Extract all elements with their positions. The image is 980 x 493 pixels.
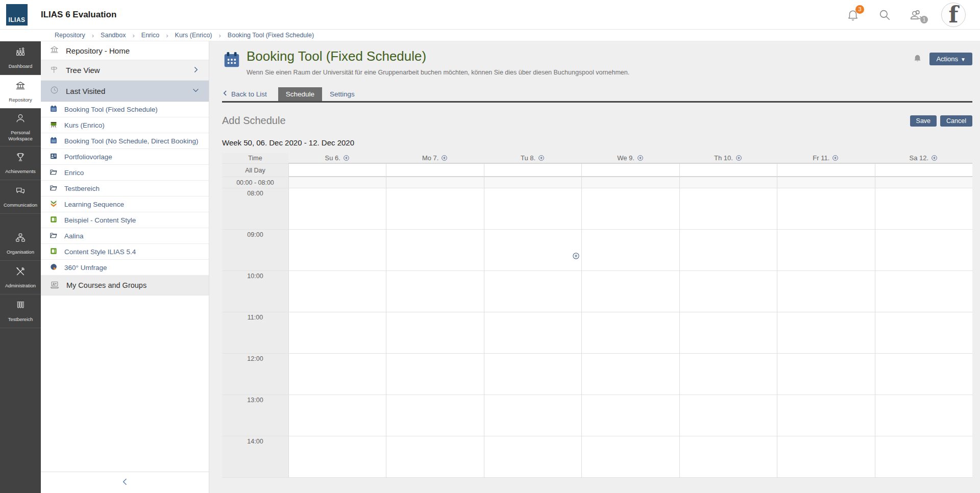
sidebar-last-visited[interactable]: Last Visited <box>41 81 209 102</box>
tab-schedule[interactable]: Schedule <box>278 87 322 101</box>
breadcrumb-item[interactable]: Enrico <box>141 32 159 39</box>
sidebar-item-aalina[interactable]: Aalina <box>41 228 209 244</box>
calendar-cell[interactable] <box>484 177 581 188</box>
add-day-booking-icon[interactable] <box>441 155 448 161</box>
breadcrumb-item-current[interactable]: Booking Tool (Fixed Schedule) <box>228 32 314 39</box>
add-slot-icon[interactable] <box>572 252 580 260</box>
notifications-button[interactable]: 3 <box>846 8 860 21</box>
calendar-cell[interactable] <box>386 436 483 478</box>
sidebar-item-booking-tool-direct[interactable]: Booking Tool (No Schedule, Direct Bookin… <box>41 133 209 149</box>
object-notification-icon[interactable] <box>913 53 922 65</box>
calendar-cell[interactable] <box>875 436 972 478</box>
calendar-cell[interactable] <box>288 271 386 312</box>
calendar-cell[interactable] <box>875 312 972 354</box>
calendar-cell[interactable] <box>875 164 972 177</box>
calendar-cell[interactable] <box>581 436 679 478</box>
sidebar-repository-home[interactable]: Repository - Home <box>41 41 209 60</box>
calendar-cell[interactable] <box>288 230 386 271</box>
search-button[interactable] <box>878 8 891 21</box>
breadcrumb-item[interactable]: Kurs (Enrico) <box>175 32 212 39</box>
calendar-cell[interactable] <box>581 354 679 395</box>
rail-item-personal-workspace[interactable]: Personal Workspace <box>0 109 41 146</box>
rail-item-dashboard[interactable]: Dashboard <box>0 41 41 75</box>
calendar-cell[interactable] <box>777 177 874 188</box>
calendar-cell[interactable] <box>581 395 679 436</box>
user-avatar[interactable]: f <box>941 3 966 27</box>
rail-item-organisation[interactable]: Organisation <box>0 227 41 261</box>
calendar-cell[interactable] <box>288 188 386 230</box>
rail-item-achievements[interactable]: Achievements <box>0 146 41 180</box>
calendar-cell[interactable] <box>875 354 972 395</box>
sidebar-item-testbereich[interactable]: Testbereich <box>41 181 209 196</box>
calendar-cell[interactable] <box>484 188 581 230</box>
sidebar-item-learning-sequence[interactable]: Learning Sequence <box>41 196 209 212</box>
tab-settings[interactable]: Settings <box>322 87 362 101</box>
calendar-cell[interactable] <box>288 395 386 436</box>
calendar-cell[interactable] <box>679 354 777 395</box>
calendar-cell[interactable] <box>875 230 972 271</box>
calendar-cell[interactable] <box>386 230 483 271</box>
sidebar-my-courses[interactable]: My Courses and Groups <box>41 276 209 295</box>
breadcrumb-item[interactable]: Sandbox <box>101 32 126 39</box>
calendar-cell[interactable] <box>679 271 777 312</box>
calendar-cell[interactable] <box>777 230 874 271</box>
calendar-cell[interactable] <box>484 271 581 312</box>
calendar-cell[interactable] <box>777 354 874 395</box>
sidebar-item-kurs-enrico[interactable]: Kurs (Enrico) <box>41 117 209 133</box>
sidebar-item-booking-tool-fixed[interactable]: Booking Tool (Fixed Schedule) <box>41 102 209 117</box>
sidebar-item-content-style-54[interactable]: Content Style ILIAS 5.4 <box>41 244 209 260</box>
calendar-cell[interactable] <box>386 177 483 188</box>
calendar-cell[interactable] <box>386 271 483 312</box>
calendar-cell[interactable] <box>777 436 874 478</box>
calendar-cell[interactable] <box>581 230 679 271</box>
calendar-cell[interactable] <box>581 164 679 177</box>
calendar-cell[interactable] <box>484 312 581 354</box>
sidebar-tree-view[interactable]: Tree View <box>41 60 209 81</box>
calendar-cell[interactable] <box>288 177 386 188</box>
sidebar-item-beispiel-content-style[interactable]: Beispiel - Content Style <box>41 212 209 228</box>
calendar-cell[interactable] <box>777 395 874 436</box>
calendar-cell[interactable] <box>386 188 483 230</box>
calendar-cell[interactable] <box>581 188 679 230</box>
calendar-cell[interactable] <box>875 177 972 188</box>
rail-item-communication[interactable]: Communication <box>0 180 41 214</box>
sidebar-collapse-button[interactable] <box>41 472 209 493</box>
calendar-cell[interactable] <box>679 436 777 478</box>
ilias-logo[interactable]: ILIAS <box>6 4 28 26</box>
calendar-cell[interactable] <box>386 395 483 436</box>
add-day-booking-icon[interactable] <box>736 155 742 161</box>
calendar-cell[interactable] <box>777 188 874 230</box>
calendar-cell[interactable] <box>679 395 777 436</box>
calendar-cell[interactable] <box>679 164 777 177</box>
calendar-cell[interactable] <box>679 312 777 354</box>
calendar-cell[interactable] <box>581 271 679 312</box>
add-day-booking-icon[interactable] <box>832 155 839 161</box>
calendar-cell[interactable] <box>288 436 386 478</box>
calendar-cell[interactable] <box>386 164 483 177</box>
add-day-booking-icon[interactable] <box>637 155 644 161</box>
calendar-cell[interactable] <box>288 354 386 395</box>
back-to-list-link[interactable]: Back to List <box>222 87 267 101</box>
calendar-cell[interactable] <box>875 271 972 312</box>
calendar-cell[interactable] <box>777 164 874 177</box>
calendar-cell[interactable] <box>484 395 581 436</box>
rail-item-administration[interactable]: Administration <box>0 261 41 294</box>
calendar-cell[interactable] <box>875 395 972 436</box>
sidebar-item-enrico[interactable]: Enrico <box>41 165 209 181</box>
calendar-cell[interactable] <box>484 354 581 395</box>
calendar-cell[interactable] <box>679 177 777 188</box>
sidebar-item-360-umfrage[interactable]: 360° Umfrage <box>41 260 209 276</box>
calendar-cell[interactable] <box>484 436 581 478</box>
calendar-cell[interactable] <box>875 188 972 230</box>
add-day-booking-icon[interactable] <box>931 155 938 161</box>
add-day-booking-icon[interactable] <box>343 155 350 161</box>
rail-item-repository[interactable]: Repository <box>0 75 41 109</box>
save-button[interactable]: Save <box>910 115 937 127</box>
add-day-booking-icon[interactable] <box>538 155 545 161</box>
actions-button[interactable]: Actions▼ <box>929 53 972 65</box>
calendar-cell[interactable] <box>386 312 483 354</box>
calendar-cell[interactable] <box>581 312 679 354</box>
calendar-cell[interactable] <box>777 271 874 312</box>
calendar-cell[interactable] <box>288 312 386 354</box>
breadcrumb-item[interactable]: Repository <box>55 32 85 39</box>
